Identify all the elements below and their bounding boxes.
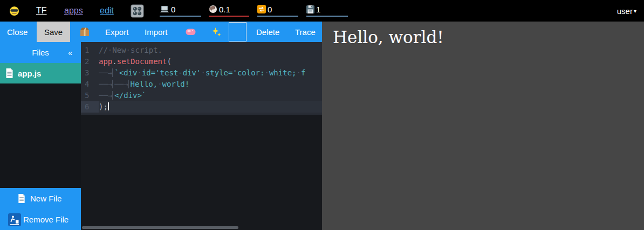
tab-marker: ──→ xyxy=(99,68,113,77)
brand-label: TF xyxy=(36,6,47,16)
line-number[interactable]: 5 xyxy=(81,90,99,101)
delete-button[interactable]: Delete xyxy=(256,22,279,42)
code-token: script. xyxy=(131,46,162,54)
code-token: · xyxy=(126,46,131,54)
line-number[interactable]: 2 xyxy=(81,56,99,67)
close-button-label: Close xyxy=(7,27,28,37)
export-button[interactable]: Export xyxy=(105,22,128,42)
control-knobs-icon xyxy=(131,4,144,18)
remove-file-button[interactable]: Remove File xyxy=(0,209,81,230)
code-text: ──→</div>` xyxy=(99,90,322,101)
stat-memory-value: 0.1 xyxy=(219,5,230,14)
files-sidebar: Files « app.js xyxy=(0,42,81,230)
code-token: app xyxy=(99,57,112,66)
laptop-icon xyxy=(160,5,169,13)
nav-link-apps[interactable]: apps xyxy=(64,0,83,22)
code-line[interactable]: 2app.setDocument( xyxy=(81,56,322,67)
code-text: //·New·script. xyxy=(99,45,322,56)
code-token: id='test-div' xyxy=(142,68,201,77)
top-bar: TF apps edit xyxy=(0,0,644,22)
hamster-icon xyxy=(209,5,217,13)
stat-requests[interactable]: 0 xyxy=(257,4,298,17)
preview-hello-text: Hello, world! xyxy=(333,27,444,47)
import-button[interactable]: Import xyxy=(145,22,168,42)
code-token: setDocument xyxy=(117,57,167,66)
stat-cpu[interactable]: 0 xyxy=(160,4,201,17)
code-token: ( xyxy=(167,57,171,66)
soap-icon xyxy=(186,28,196,36)
logo-button[interactable] xyxy=(9,0,19,22)
code-line[interactable]: 3──→`<div·id='test-div'·style='color:·wh… xyxy=(81,67,322,79)
sunglasses-face-icon xyxy=(9,6,19,16)
tab-marker: ──→ xyxy=(99,91,113,100)
close-button[interactable]: Close xyxy=(7,22,28,42)
package-icon xyxy=(79,27,90,37)
save-button[interactable]: Save xyxy=(37,22,70,42)
export-button-label: Export xyxy=(105,27,128,37)
nav-link-edit[interactable]: edit xyxy=(100,0,114,22)
code-token: · xyxy=(264,68,269,77)
code-text: app.setDocument( xyxy=(99,56,322,67)
code-lines: 1//·New·script.2app.setDocument(3──→`<di… xyxy=(81,42,322,115)
files-panel-title: Files xyxy=(32,48,49,57)
tab-marker: ──→ xyxy=(99,80,113,88)
text-cursor xyxy=(108,102,109,110)
code-token: . xyxy=(112,57,117,66)
files-panel-header: Files « xyxy=(0,42,81,63)
edit-link-label: edit xyxy=(100,6,114,16)
sparkles-icon xyxy=(211,27,221,37)
toolbar-empty-box[interactable] xyxy=(229,22,246,41)
soap-button[interactable] xyxy=(186,22,196,42)
code-text: ──→`<div·id='test-div'·style='color:·whi… xyxy=(99,67,322,79)
line-number[interactable]: 4 xyxy=(81,79,99,90)
litter-bin-icon xyxy=(8,213,21,226)
code-token: Hello, xyxy=(131,80,158,88)
file-item-appjs[interactable]: app.js xyxy=(0,63,81,83)
code-token: world! xyxy=(162,80,190,88)
editor-toolbar: Close Save Export Import xyxy=(0,22,322,42)
horizontal-scrollbar[interactable] xyxy=(82,226,238,229)
user-menu-label: user xyxy=(617,6,633,16)
code-token: // xyxy=(99,46,108,54)
sidebar-empty-area xyxy=(0,83,81,188)
control-knobs-button[interactable] xyxy=(131,0,144,22)
tab-marker: ──→ xyxy=(114,80,128,88)
sparkles-button[interactable] xyxy=(211,22,221,42)
sidebar-collapse-button[interactable]: « xyxy=(68,42,72,63)
brand-link[interactable]: TF xyxy=(36,0,47,22)
code-line[interactable]: 5──→</div>` xyxy=(81,90,322,101)
stat-storage[interactable]: 1 xyxy=(306,4,348,17)
code-token: · xyxy=(201,68,205,77)
line-number[interactable]: 6 xyxy=(81,101,99,113)
code-token: · xyxy=(137,68,141,77)
code-token: white; xyxy=(269,68,297,77)
stat-memory[interactable]: 0.1 xyxy=(209,4,249,17)
preview-pane: Hello, world! xyxy=(322,22,644,230)
code-token: · xyxy=(297,68,301,77)
file-item-label: app.js xyxy=(18,69,41,78)
code-token: `<div xyxy=(114,68,137,77)
code-line[interactable]: 1//·New·script. xyxy=(81,45,322,56)
code-token: f xyxy=(301,68,305,77)
chevron-down-icon: ▾ xyxy=(634,8,636,14)
user-menu-button[interactable]: user▾ xyxy=(617,0,636,22)
code-editor[interactable]: 1//·New·script.2app.setDocument(3──→`<di… xyxy=(81,42,322,230)
code-line[interactable]: 4──→──→Hello,·world! xyxy=(81,79,322,90)
code-token: style='color: xyxy=(205,68,265,77)
package-button[interactable] xyxy=(79,22,90,42)
code-token: New xyxy=(112,46,126,54)
trace-button[interactable]: Trace xyxy=(295,22,316,42)
code-text: ──→──→Hello,·world! xyxy=(99,79,322,90)
repeat-icon xyxy=(257,5,266,13)
stat-storage-value: 1 xyxy=(316,5,320,14)
new-file-icon xyxy=(18,194,25,203)
line-number[interactable]: 1 xyxy=(81,45,99,56)
new-file-label: New File xyxy=(30,194,61,203)
import-button-label: Import xyxy=(145,27,168,37)
line-number[interactable]: 3 xyxy=(81,67,99,79)
stat-cpu-value: 0 xyxy=(171,5,175,14)
document-icon xyxy=(5,68,13,78)
code-line[interactable]: 6); xyxy=(81,101,322,113)
new-file-button[interactable]: New File xyxy=(0,188,81,209)
save-button-label: Save xyxy=(44,27,63,37)
